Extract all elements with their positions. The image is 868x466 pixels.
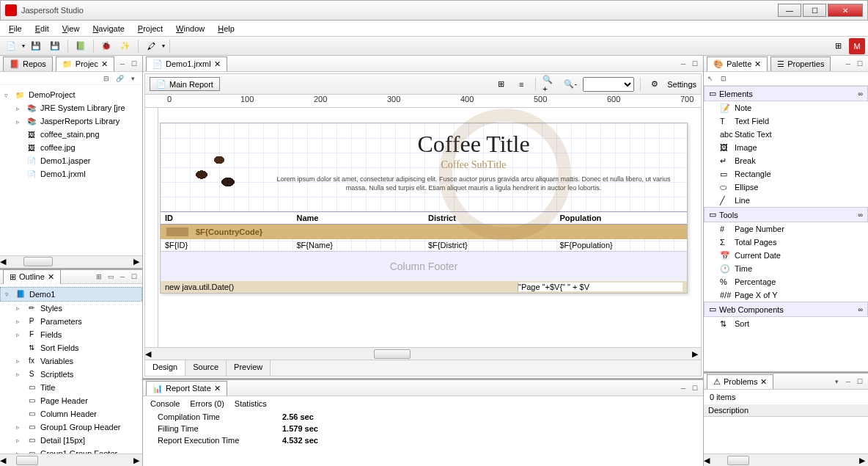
pointer-icon[interactable]: ↖ [705,73,716,84]
detail-band[interactable]: $F{ID}$F{Name}$F{District}$F{Population} [161,239,687,252]
palette-section[interactable]: ▭Elements∞ [704,86,868,101]
collapse-icon[interactable]: ⊟ [101,73,111,84]
marquee-icon[interactable]: ⊡ [718,73,729,84]
tree-item[interactable]: ▹▭Group1 Group Header [0,421,142,434]
menu-navigate[interactable]: Navigate [87,23,130,34]
zoom-in-icon[interactable]: 🔍+ [542,76,558,92]
tab-design[interactable]: Design [145,360,185,376]
palette-item-time[interactable]: 🕐Time [704,262,868,275]
thumb-mode-icon[interactable]: ▭ [106,272,116,282]
tab-source[interactable]: Source [185,360,227,376]
tab-repos[interactable]: 📕Repos [3,57,53,71]
minimize-icon[interactable]: ─ [117,59,128,69]
menu-project[interactable]: Project [132,23,169,34]
column-footer-band[interactable]: Column Footer [161,252,687,281]
menu-window[interactable]: Window [170,23,210,34]
tree-mode-icon[interactable]: ⊞ [94,272,104,282]
highlight-icon[interactable]: 🖍 [143,38,159,54]
tab-report-state[interactable]: 📊 Report State ✕ [146,381,227,396]
tab-outline[interactable]: ⊞ Outline ✕ [3,269,61,284]
tree-item[interactable]: 🖼coffee.jpg [0,141,142,154]
tree-item[interactable]: ▹fxVariables [0,354,142,368]
minimize-button[interactable]: — [778,4,801,17]
maximize-button[interactable]: ☐ [803,4,826,17]
tree-item[interactable]: ▹SScriptlets [0,368,142,381]
tree-item[interactable]: ▭Column Header [0,407,142,421]
tree-item[interactable]: 📄Demo1.jasper [0,154,142,167]
palette-item-sort[interactable]: ⇅Sort [704,317,868,330]
settings-icon[interactable]: ⚙ [647,76,663,92]
zoom-out-icon[interactable]: 🔍- [562,76,578,92]
tree-item[interactable]: ▹📚JRE System Library [jre [0,101,142,114]
dataset-icon[interactable]: ⊞ [493,76,509,92]
editor-tabs: 📄 Demo1.jrxml ✕ ─☐ [143,56,703,72]
palette-item-page-x-of-y[interactable]: #/#Page X of Y [704,288,868,302]
palette-item-text-field[interactable]: TText Field [704,114,868,128]
tab-properties[interactable]: ☰ Properties [770,57,831,71]
wand-icon[interactable]: ✨ [117,38,133,54]
main-report-button[interactable]: 📄 Main Report [150,77,220,91]
palette-item-total-pages[interactable]: ΣTotal Pages [704,236,868,249]
new-button[interactable]: 📄 [3,38,19,54]
tree-item[interactable]: ▹FFields [0,328,142,341]
settings-label[interactable]: Settings [667,80,696,89]
debug-icon[interactable]: 🐞 [98,38,114,54]
list-icon[interactable]: ≡ [513,76,529,92]
tree-item[interactable]: ▿📁DemoProject [0,88,142,101]
palette-item-break[interactable]: ↵Break [704,154,868,167]
jasper-perspective-icon[interactable]: M [849,38,865,54]
tree-item[interactable]: ▹✏Styles [0,302,142,315]
tree-item[interactable]: ▹📚JasperReports Library [0,114,142,128]
horizontal-ruler: 0100200300400500600700800 [145,95,701,108]
palette-item-ellipse[interactable]: ⬭Ellipse [704,181,868,194]
zoom-select[interactable] [583,77,634,92]
palette-item-percentage[interactable]: %Percentage [704,275,868,288]
palette-section[interactable]: ▭Tools∞ [704,207,868,222]
tree-item[interactable]: ▭Page Header [0,394,142,407]
tab-preview[interactable]: Preview [227,360,271,376]
palette-item-page-number[interactable]: #Page Number [704,222,868,236]
problems-column[interactable]: Description [704,404,868,417]
tree-item[interactable]: ▭Title [0,381,142,394]
palette-item-rectangle[interactable]: ▭Rectangle [704,167,868,181]
build-button[interactable]: 📗 [73,38,89,54]
main-toolbar: 📄▾ 💾 💾 📗 🐞 ✨ 🖍▾ ⊞ M [0,37,868,56]
tab-problems[interactable]: ⚠ Problems ✕ [707,374,773,389]
palette-item-current-date[interactable]: 📅Current Date [704,249,868,262]
palette-item-image[interactable]: 🖼Image [704,141,868,154]
group-header-band[interactable]: $F{CountryCode} [161,225,687,239]
tree-item[interactable]: 🖼coffee_stain.png [0,128,142,141]
maximize-icon[interactable]: ☐ [129,59,139,69]
save-all-button[interactable]: 💾 [47,38,63,54]
tree-item[interactable]: ▹PParameters [0,315,142,328]
close-button[interactable]: ✕ [828,4,863,17]
tree-item[interactable]: ▹▭Detail [15px] [0,434,142,447]
menu-icon[interactable]: ▾ [128,73,138,84]
menu-edit[interactable]: Edit [29,23,55,34]
coffee-beans-image[interactable] [175,131,263,204]
link-icon[interactable]: 🔗 [114,73,125,84]
tree-item[interactable]: ▹▭Group1 Group Footer [0,447,142,454]
tab-palette[interactable]: 🎨 Palette ✕ [707,57,768,71]
repo-icon: 📕 [10,59,20,69]
save-button[interactable]: 💾 [28,38,44,54]
palette-item-line[interactable]: ╱Line [704,194,868,207]
menu-help[interactable]: Help [212,23,240,34]
menu-view[interactable]: View [56,23,86,34]
perspective-icon[interactable]: ⊞ [830,38,846,54]
canvas-scrollbar[interactable]: ◀▶ [145,347,701,360]
page-footer-band[interactable]: new java.util.Date() "Page "+$V{" " + $V [161,281,687,293]
palette-item-static-text[interactable]: abcStatic Text [704,128,868,141]
palette-item-note[interactable]: 📝Note [704,101,868,114]
app-icon [5,4,17,16]
palette-section[interactable]: ▭Web Components∞ [704,302,868,317]
tab-project[interactable]: 📁Projec ✕ [56,57,114,71]
tree-item[interactable]: 📄Demo1.jrxml [0,167,142,181]
coffee-stain-image [439,109,571,241]
tree-item[interactable]: ▿📘Demo1 [0,287,142,302]
editor-tab-demo1[interactable]: 📄 Demo1.jrxml ✕ [146,57,227,71]
column-header-band[interactable]: IDNameDistrictPopulation [161,211,687,225]
design-canvas[interactable]: Coffee Title Coffee SubTitle Lorem ipsum… [145,108,701,347]
tree-item[interactable]: ⇅Sort Fields [0,341,142,354]
menu-file[interactable]: File [3,23,28,34]
